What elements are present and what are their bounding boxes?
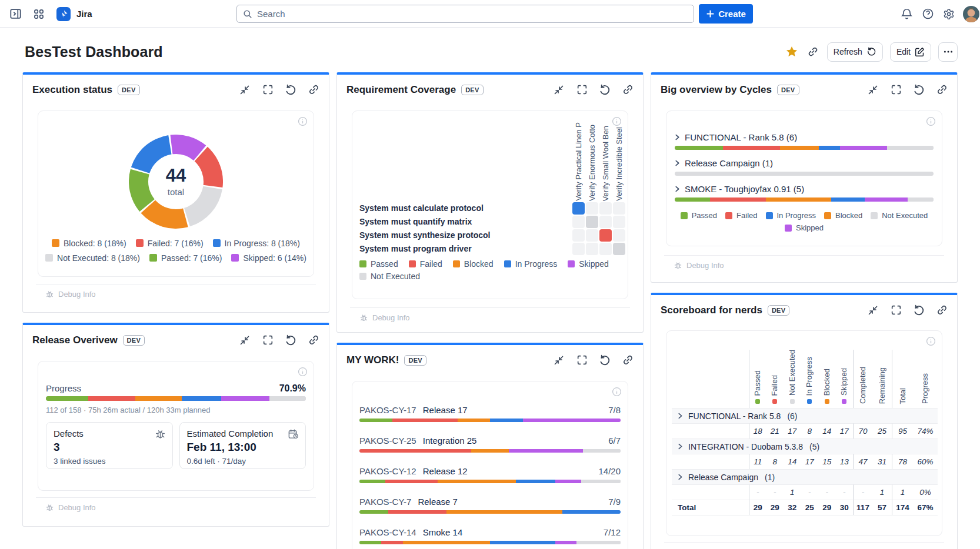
cycle-name[interactable]: SMOKE - Toughjoyfax 0.91 (5) [685,184,804,194]
work-item-key[interactable]: PAKOS-CY-25 [359,436,416,446]
coverage-cell[interactable] [586,243,598,255]
cycle-row-header[interactable]: FUNCTIONAL - Rank 5.8 (6) [675,132,934,142]
coverage-cell[interactable] [586,229,598,242]
coverage-cell[interactable] [599,243,612,255]
fullscreen-icon[interactable] [890,84,902,96]
debug-info-row[interactable]: Debug Info [36,497,316,512]
debug-info-row[interactable]: Debug Info [36,284,316,299]
fullscreen-icon[interactable] [262,84,274,96]
link-icon[interactable] [936,84,948,96]
reload-icon[interactable] [913,84,925,96]
link-icon[interactable] [308,84,319,96]
info-icon[interactable] [612,116,622,126]
link-icon[interactable] [622,354,634,366]
cycle-name[interactable]: Release Campaign (1) [685,158,773,168]
cycle-row-header[interactable]: SMOKE - Toughjoyfax 0.91 (5) [675,183,934,194]
fullscreen-icon[interactable] [262,334,274,346]
debug-info-row[interactable]: Debug Info [664,255,944,270]
work-item-name[interactable]: Release 17 [423,405,468,415]
search-input[interactable]: Search [236,5,694,23]
collapse-icon[interactable] [867,84,879,96]
debug-info-row[interactable]: Debug Info [664,542,944,549]
estimated-completion-card[interactable]: Estimated Completion Feb 11, [179,422,306,469]
coverage-cell[interactable] [613,229,625,242]
reload-icon[interactable] [285,334,296,346]
create-button[interactable]: Create [699,4,753,24]
user-avatar[interactable] [963,6,979,22]
cycle-row-header[interactable]: Release Campaign (1) [675,158,934,168]
jira-logo[interactable] [56,7,71,21]
work-item-name[interactable]: Smoke 14 [423,527,463,537]
chevron-right-icon[interactable] [678,413,683,419]
chevron-right-icon[interactable] [678,443,683,450]
collapse-icon[interactable] [239,84,251,96]
work-item[interactable]: PAKOS-CY-25Integration 256/7 [359,436,621,453]
settings-gear-icon[interactable] [939,5,958,24]
link-icon[interactable] [622,84,634,96]
link-icon[interactable] [936,304,948,316]
coverage-cell[interactable] [599,202,612,215]
work-item-key[interactable]: PAKOS-CY-14 [359,527,416,537]
work-item[interactable]: PAKOS-CY-14Smoke 147/12 [359,527,621,544]
info-icon[interactable] [926,116,936,126]
coverage-cell[interactable] [572,243,585,255]
sidebar-toggle-icon[interactable] [6,5,25,24]
chevron-right-icon[interactable] [675,186,679,192]
app-switcher-icon[interactable] [29,5,48,24]
fullscreen-icon[interactable] [890,304,902,316]
info-icon[interactable] [298,116,308,126]
scoreboard-group-row[interactable]: Release Campaign(1) [672,469,938,484]
chevron-right-icon[interactable] [675,160,679,166]
info-icon[interactable] [298,367,308,377]
help-icon[interactable] [918,5,937,24]
work-item-key[interactable]: PAKOS-CY-17 [359,405,416,415]
work-item[interactable]: PAKOS-CY-12Release 1214/20 [359,466,621,483]
fullscreen-icon[interactable] [576,354,588,366]
coverage-cell[interactable] [613,243,625,255]
work-item[interactable]: PAKOS-CY-7Release 77/9 [359,497,621,514]
scoreboard-group-name: INTEGRATION - Duobam 5.3.8 [688,442,803,451]
coverage-cell[interactable] [586,202,598,215]
chevron-right-icon[interactable] [678,474,683,480]
coverage-cell[interactable] [613,202,625,215]
share-link-icon[interactable] [806,42,820,61]
fullscreen-icon[interactable] [576,84,588,96]
link-icon[interactable] [308,334,319,346]
work-item-name[interactable]: Integration 25 [423,436,477,446]
cycle-name[interactable]: FUNCTIONAL - Rank 5.8 (6) [685,132,797,142]
collapse-icon[interactable] [867,304,879,316]
work-item-name[interactable]: Release 7 [418,497,458,507]
collapse-icon[interactable] [553,84,565,96]
collapse-icon[interactable] [553,354,565,366]
info-icon[interactable] [612,387,622,397]
collapse-icon[interactable] [239,334,251,346]
notifications-bell-icon[interactable] [897,5,916,24]
edit-button[interactable]: Edit [890,42,931,62]
work-item-key[interactable]: PAKOS-CY-12 [359,466,416,476]
reload-icon[interactable] [599,354,611,366]
work-item-name[interactable]: Release 12 [423,466,468,476]
coverage-cell[interactable] [613,216,625,228]
coverage-cell[interactable] [599,229,612,242]
coverage-cell[interactable] [586,216,598,228]
reload-icon[interactable] [599,84,611,96]
reload-icon[interactable] [285,84,296,96]
scoreboard-group-row[interactable]: FUNCTIONAL - Rank 5.8(6) [672,408,938,423]
coverage-cell[interactable] [572,202,585,215]
scoreboard-group-row[interactable]: INTEGRATION - Duobam 5.3.8(5) [672,438,938,454]
work-item-key[interactable]: PAKOS-CY-7 [359,497,411,507]
coverage-cell[interactable] [599,216,612,228]
app-name[interactable]: Jira [76,9,92,19]
dev-badge: DEV [118,85,140,95]
defects-card[interactable]: Defects 3 3 linked issues [46,422,173,469]
reload-icon[interactable] [913,304,925,316]
info-icon[interactable] [926,336,936,346]
favorite-star-icon[interactable] [785,42,799,61]
coverage-cell[interactable] [572,216,585,228]
chevron-right-icon[interactable] [675,134,679,140]
coverage-cell[interactable] [572,229,585,242]
more-actions-button[interactable] [938,42,958,62]
work-item[interactable]: PAKOS-CY-17Release 177/8 [359,405,621,422]
debug-info-row[interactable]: Debug Info [350,307,630,322]
refresh-button[interactable]: Refresh [827,42,883,62]
